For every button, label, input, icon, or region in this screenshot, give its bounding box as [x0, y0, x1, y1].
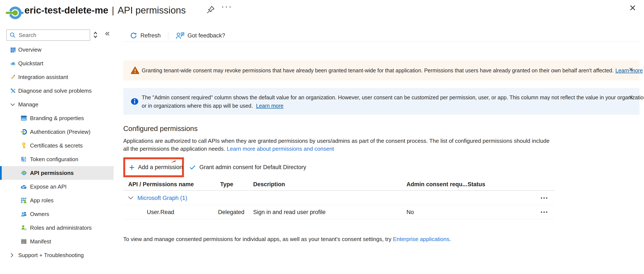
section-description: Applications are authorized to call APIs… [123, 137, 550, 153]
info-banner: The "Admin consent required" column show… [123, 88, 640, 115]
info-close-icon[interactable]: × [629, 93, 633, 101]
info-learn-more-link[interactable]: Learn more [256, 103, 284, 109]
diagnose-icon [10, 88, 16, 94]
toolbar-divider [168, 31, 168, 40]
sort-updown-icon[interactable] [93, 31, 98, 38]
sidebar-item-diagnose[interactable]: Diagnose and solve problems [0, 84, 114, 98]
collapse-sidebar-icon[interactable]: « [105, 29, 110, 38]
warning-banner: Granting tenant-wide consent may revoke … [123, 60, 640, 81]
sidebar-item-owners[interactable]: Owners [0, 207, 114, 221]
roles-administrators-icon [20, 225, 27, 231]
sidebar-item-label: API permissions [30, 170, 74, 176]
expand-chevron-icon[interactable] [128, 196, 134, 199]
manifest-icon: {} [20, 238, 27, 245]
sidebar-item-label: App roles [30, 197, 54, 204]
section-title: Configured permissions [123, 125, 198, 133]
grant-admin-consent-button[interactable]: Grant admin consent for Default Director… [190, 157, 306, 177]
add-permission-button[interactable]: + Add a permission [129, 157, 183, 177]
sidebar-item-app-roles[interactable]: App roles [0, 193, 114, 207]
footer-period: . [449, 236, 451, 242]
column-header-description[interactable]: Description [253, 181, 285, 188]
sidebar-item-label: Diagnose and solve problems [18, 88, 92, 94]
row-more-icon[interactable] [541, 197, 547, 199]
column-header-type[interactable]: Type [220, 181, 233, 188]
sidebar-item-token-configuration[interactable]: Token configuration [0, 152, 114, 166]
sidebar-item-label: Token configuration [30, 156, 78, 163]
table-header-divider [123, 190, 554, 191]
footer-text: To view and manage consented permissions… [123, 236, 392, 242]
info-message-line1: The "Admin consent required" column show… [142, 93, 644, 102]
pin-icon[interactable] [206, 5, 216, 14]
plus-icon: + [129, 163, 135, 172]
sidebar-group-support[interactable]: Support + Troubleshooting [0, 248, 114, 262]
more-options-icon[interactable]: ··· [221, 2, 232, 11]
info-text: The "Admin consent required" column show… [142, 93, 644, 110]
chevron-down-icon [10, 103, 15, 106]
grant-admin-label: Grant admin consent for Default Director… [199, 164, 306, 171]
sidebar-item-manifest[interactable]: {} Manifest [0, 235, 114, 248]
sidebar-item-label: Authentication (Preview) [30, 129, 90, 135]
search-box [6, 29, 90, 41]
api-group-link[interactable]: Microsoft Graph (1) [138, 195, 187, 201]
sidebar-item-label: Roles and administrators [30, 225, 92, 231]
description-line2: all the permissions the application need… [123, 145, 225, 152]
app-registration-icon [5, 3, 24, 22]
app-roles-icon [20, 197, 27, 204]
sidebar-item-label: Manifest [30, 238, 51, 245]
sidebar-item-label: Quickstart [18, 60, 43, 67]
sidebar-item-overview[interactable]: Overview [0, 43, 114, 56]
sidebar-item-quickstart[interactable]: Quickstart [0, 56, 114, 70]
permissions-table: API / Permissions name Type Description … [123, 179, 554, 220]
token-configuration-icon [20, 156, 27, 162]
sidebar-item-api-permissions[interactable]: API permissions [0, 166, 114, 180]
permissions-consent-link[interactable]: Learn more about permissions and consent [227, 145, 334, 152]
refresh-label: Refresh [140, 32, 161, 39]
sidebar-item-authentication[interactable]: Authentication (Preview) [0, 125, 114, 139]
sidebar-item-label: Integration assistant [18, 74, 68, 81]
sidebar-nav: Overview Quickstart Integration assist [0, 43, 120, 262]
sidebar-item-certificates[interactable]: Certificates & secrets [0, 139, 114, 152]
title-separator: | [108, 5, 118, 15]
authentication-icon [20, 129, 27, 135]
warning-message: Granting tenant-wide consent may revoke … [142, 66, 614, 75]
column-header-name[interactable]: API / Permissions name [128, 181, 194, 188]
sidebar-item-branding[interactable]: www Branding & properties [0, 111, 114, 125]
certificates-icon [20, 142, 27, 149]
permission-name-link[interactable]: User.Read [147, 209, 174, 216]
sidebar-item-label: Expose an API [30, 183, 67, 190]
enterprise-applications-link[interactable]: Enterprise applications [393, 236, 449, 242]
permission-admin-consent: No [406, 209, 414, 216]
feedback-button[interactable]: Got feedback? [176, 32, 225, 39]
sidebar-item-roles-administrators[interactable]: Roles and administrators [0, 221, 114, 235]
checkmark-icon [190, 165, 196, 170]
quickstart-icon [10, 61, 16, 66]
warning-text: Granting tenant-wide consent may revoke … [142, 60, 643, 81]
search-input[interactable] [6, 29, 90, 41]
description-line1: Applications are authorized to call APIs… [123, 137, 550, 145]
sidebar-group-label: Manage [18, 101, 38, 108]
row-divider [123, 205, 554, 205]
toolbar-divider-line [123, 41, 640, 42]
sidebar-item-expose-api[interactable]: Expose an API [0, 180, 114, 193]
blade-title: API permissions [118, 5, 186, 15]
app-name: eric-test-delete-me [24, 5, 108, 15]
svg-text:{}: {} [22, 242, 25, 244]
feedback-icon [176, 32, 184, 39]
column-header-status[interactable]: Status [468, 181, 485, 188]
sidebar-group-manage[interactable]: Manage [0, 98, 114, 111]
command-bar: Refresh Got feedback? [130, 30, 225, 41]
search-icon [10, 32, 16, 38]
branding-icon: www [20, 115, 27, 121]
row-more-icon[interactable] [541, 212, 547, 213]
blade-close-icon[interactable]: × [630, 1, 636, 14]
refresh-icon [130, 32, 138, 39]
integration-assistant-icon [10, 74, 16, 80]
api-permissions-icon [20, 170, 27, 176]
column-header-admin-consent[interactable]: Admin consent requ... [406, 181, 467, 188]
owners-icon [20, 211, 27, 217]
warning-close-icon[interactable]: × [629, 65, 633, 73]
svg-text:www: www [21, 118, 26, 120]
sidebar-item-integration-assistant[interactable]: Integration assistant [0, 70, 114, 84]
feedback-label: Got feedback? [188, 32, 225, 39]
refresh-button[interactable]: Refresh [130, 32, 161, 39]
